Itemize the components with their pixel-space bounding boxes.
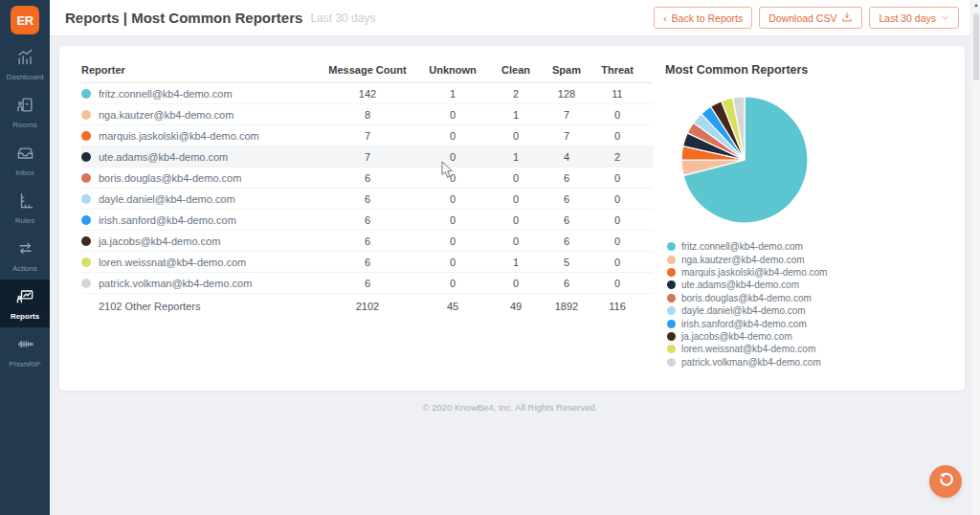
vertical-scrollbar[interactable]: ▲ xyxy=(970,0,980,515)
circular-arrow-icon xyxy=(936,470,955,493)
table-row[interactable]: ja.jacobs@kb4-demo.com60060 xyxy=(81,231,653,252)
pie-chart xyxy=(678,93,812,227)
sidebar-item-rooms[interactable]: Rooms xyxy=(0,88,50,136)
sidebar-item-label: Inbox xyxy=(15,168,34,177)
legend-item: patrick.volkman@kb4-demo.com xyxy=(667,356,827,369)
header-actions: ‹ Back to Reports Download CSV Last 30 d… xyxy=(654,7,959,29)
cell-value: 7 xyxy=(551,125,582,146)
cell-value: 5 xyxy=(551,252,582,273)
legend-color-dot xyxy=(667,294,676,302)
table-row[interactable]: irish.sanford@kb4-demo.com60060 xyxy=(81,210,653,231)
help-widget-button[interactable] xyxy=(929,465,962,498)
sidebar-item-actions[interactable]: Actions xyxy=(0,232,50,280)
legend-item: ute.adams@kb4-demo.com xyxy=(667,279,827,291)
reporter-color-dot xyxy=(81,152,91,162)
legend-item: marquis.jaskolski@kb4-demo.com xyxy=(667,266,827,279)
cell-value: 0 xyxy=(480,189,551,210)
reporter-color-dot xyxy=(81,258,91,267)
sidebar-item-inbox[interactable]: Inbox xyxy=(0,136,50,184)
cell-value: 0 xyxy=(480,168,551,189)
table-row[interactable]: nga.kautzer@kb4-demo.com80170 xyxy=(81,104,653,125)
cell-value: 0 xyxy=(480,125,551,146)
cell-value: 2 xyxy=(480,83,551,104)
reporter-email: ja.jacobs@kb4-demo.com xyxy=(99,235,220,247)
reporter-color-dot xyxy=(81,194,91,204)
legend-label: fritz.connell@kb4-demo.com xyxy=(681,241,803,252)
cell-value: 0 xyxy=(425,273,480,294)
cell-value: 6 xyxy=(310,273,425,294)
reporter-email: marquis.jaskolski@kb4-demo.com xyxy=(99,130,259,142)
cell-value: 6 xyxy=(551,168,582,189)
sidebar-item-label: Rooms xyxy=(12,121,36,129)
legend-color-dot xyxy=(667,332,676,341)
date-range-dropdown[interactable]: Last 30 days xyxy=(869,7,959,29)
legend-item: ja.jacobs@kb4-demo.com xyxy=(667,330,827,343)
reporter-color-dot xyxy=(81,131,91,141)
sidebar-item-rules[interactable]: Rules xyxy=(0,184,50,232)
reporter-color-dot xyxy=(81,110,91,120)
sidebar-item-dashboard[interactable]: Dashboard xyxy=(0,40,50,88)
table-row[interactable]: dayle.daniel@kb4-demo.com60060 xyxy=(81,189,653,210)
cell-value: 0 xyxy=(582,252,653,273)
legend-color-dot xyxy=(667,358,676,367)
cell-value: 6 xyxy=(551,189,582,210)
sidebar-item-reports[interactable]: Reports xyxy=(0,280,50,327)
legend-label: nga.kautzer@kb4-demo.com xyxy=(681,255,805,265)
legend-label: loren.weissnat@kb4-demo.com xyxy=(681,344,815,354)
phisher-logo-icon[interactable]: ER xyxy=(11,6,39,34)
legend-item: dayle.daniel@kb4-demo.com xyxy=(667,304,827,317)
table-row[interactable]: patrick.volkman@kb4-demo.com60060 xyxy=(81,273,653,294)
download-button-label: Download CSV xyxy=(768,12,836,24)
sidebar-item-label: Actions xyxy=(12,264,37,273)
legend-item: fritz.connell@kb4-demo.com xyxy=(667,240,827,253)
cell-value: 8 xyxy=(310,104,425,125)
legend-item: nga.kautzer@kb4-demo.com xyxy=(667,253,827,265)
app-logo[interactable]: ER xyxy=(0,0,50,40)
reporter-color-dot xyxy=(81,279,91,288)
cell-value: 2 xyxy=(582,146,653,168)
column-header: Message Count xyxy=(310,56,425,83)
sidebar: ER Dashboard Rooms Inbox Rules Actions R… xyxy=(0,0,50,515)
actions-icon xyxy=(16,239,34,261)
table-row[interactable]: boris.douglas@kb4-demo.com60060 xyxy=(81,168,653,189)
back-to-reports-button[interactable]: ‹ Back to Reports xyxy=(654,7,752,29)
scroll-up-arrow-icon[interactable]: ▲ xyxy=(972,1,980,9)
table-row[interactable]: ute.adams@kb4-demo.com70142 xyxy=(81,146,653,168)
cell-value: 0 xyxy=(480,273,551,294)
legend-item: loren.weissnat@kb4-demo.com xyxy=(667,343,827,355)
legend-label: ute.adams@kb4-demo.com xyxy=(681,280,799,290)
legend-color-dot xyxy=(667,256,676,264)
legend-label: boris.douglas@kb4-demo.com xyxy=(681,293,812,303)
download-csv-button[interactable]: Download CSV xyxy=(759,7,862,29)
page-subtitle: Last 30 days xyxy=(310,11,375,25)
chart-title: Most Common Reporters xyxy=(665,63,808,77)
cell-value: 6 xyxy=(310,231,425,252)
cell-value: 128 xyxy=(551,83,582,104)
sidebar-item-phishrip[interactable]: PhishRIP xyxy=(0,327,50,375)
legend-color-dot xyxy=(667,306,676,315)
reporter-email: dayle.daniel@kb4-demo.com xyxy=(99,193,235,205)
cell-value: 0 xyxy=(425,252,480,273)
chart-legend: fritz.connell@kb4-demo.comnga.kautzer@kb… xyxy=(667,240,827,369)
scrollbar-thumb[interactable] xyxy=(973,13,979,80)
cell-value: 0 xyxy=(425,210,480,231)
back-button-label: Back to Reports xyxy=(672,12,744,24)
table-row[interactable]: fritz.connell@kb4-demo.com1421212811 xyxy=(81,83,653,104)
table-row[interactable]: marquis.jaskolski@kb4-demo.com70070 xyxy=(81,125,653,146)
chevron-down-icon xyxy=(941,12,949,24)
app-window: ER Dashboard Rooms Inbox Rules Actions R… xyxy=(0,0,980,515)
column-header: Spam xyxy=(551,56,582,83)
page-title: Reports | Most Common Reporters xyxy=(65,10,302,26)
report-card: Reporter Message Count Unknown Clean Spa… xyxy=(59,46,965,391)
inbox-icon xyxy=(16,144,34,166)
legend-color-dot xyxy=(667,320,676,328)
cell-value: 0 xyxy=(480,210,551,231)
cell-value: 0 xyxy=(425,104,480,125)
legend-label: ja.jacobs@kb4-demo.com xyxy=(681,331,792,342)
totals-row: 2102 Other Reporters210245491892116 xyxy=(81,294,653,319)
cell-value: 1 xyxy=(425,83,480,104)
totals-value: 2102 xyxy=(310,294,425,319)
table-row[interactable]: loren.weissnat@kb4-demo.com60150 xyxy=(81,252,653,273)
reporter-table-body: fritz.connell@kb4-demo.com1421212811nga.… xyxy=(81,83,653,294)
cell-value: 142 xyxy=(310,83,425,104)
